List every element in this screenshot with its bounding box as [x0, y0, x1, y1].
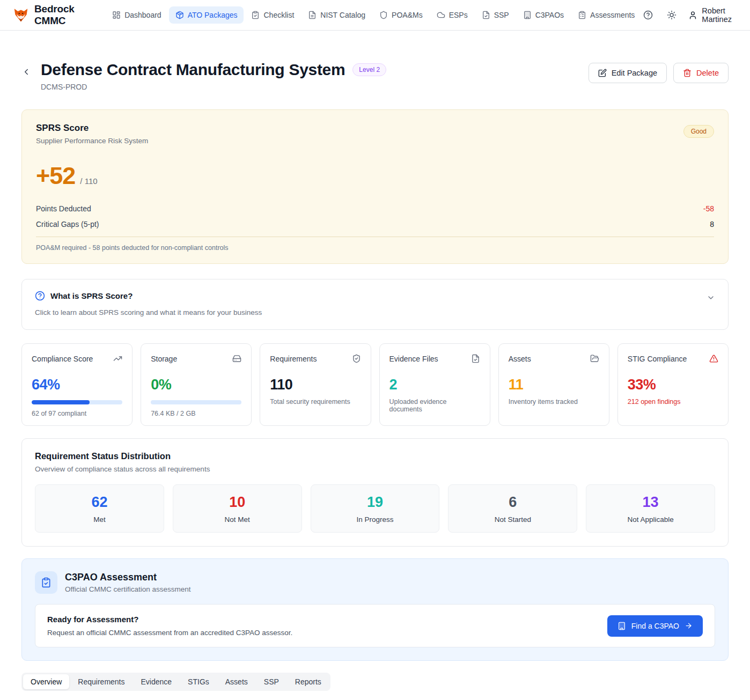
user-name: Robert Martinez — [702, 6, 737, 24]
nav-label: SSP — [494, 11, 509, 19]
nav-item-esps[interactable]: ESPs — [430, 6, 474, 24]
stat-sub: Uploaded evidence documents — [389, 398, 480, 413]
stat-value: 2 — [389, 377, 480, 393]
app-header: Bedrock CMMC Dashboard ATO Packages Chec… — [0, 0, 750, 31]
status-count: 10 — [173, 494, 302, 511]
sprs-row-critical-gaps: Critical Gaps (5-pt) 8 — [36, 216, 714, 232]
progress-fill — [32, 400, 90, 404]
theme-toggle-sun-icon[interactable] — [665, 8, 679, 22]
tab-ssp[interactable]: SSP — [256, 674, 286, 689]
nav-label: Assessments — [590, 11, 635, 19]
nav-label: ESPs — [449, 11, 468, 19]
sprs-status-badge: Good — [683, 125, 714, 138]
status-label: Met — [35, 515, 164, 524]
stat-card-assets: Assets 11 Inventory items tracked — [498, 343, 609, 426]
sprs-score-max: / 110 — [80, 176, 97, 186]
edit-package-button[interactable]: Edit Package — [589, 63, 667, 83]
sprs-info-accordion[interactable]: What is SPRS Score? Click to learn about… — [21, 279, 729, 330]
tab-reports[interactable]: Reports — [288, 674, 329, 689]
cloud-icon — [437, 11, 445, 19]
tab-requirements[interactable]: Requirements — [70, 674, 132, 689]
ready-subtitle: Request an official CMMC assessment from… — [47, 629, 292, 637]
nav-item-poams[interactable]: POA&Ms — [373, 6, 429, 24]
file-check-icon — [471, 354, 480, 363]
stat-label: STIG Compliance — [628, 355, 687, 363]
ready-title: Ready for Assessment? — [47, 615, 292, 624]
row-value: 8 — [710, 220, 714, 229]
status-count: 62 — [35, 494, 164, 511]
back-button[interactable] — [21, 67, 31, 77]
question-circle-icon — [35, 291, 45, 301]
distribution-grid: 62 Met 10 Not Met 19 In Progress 6 Not S… — [35, 484, 715, 533]
nav-label: POA&Ms — [392, 11, 423, 19]
stat-sub: 212 open findings — [628, 398, 718, 406]
stat-sub: Inventory items tracked — [509, 398, 599, 406]
find-c3pao-label: Find a C3PAO — [631, 622, 679, 630]
sprs-score-value: +52 — [36, 162, 75, 190]
status-label: Not Applicable — [586, 515, 715, 524]
stat-label: Storage — [151, 355, 177, 363]
title-actions: Edit Package Delete — [589, 63, 729, 83]
delete-button[interactable]: Delete — [673, 63, 729, 83]
sprs-info-subtitle: Click to learn about SPRS scoring and wh… — [35, 308, 715, 316]
building-icon — [617, 622, 626, 630]
status-count: 6 — [448, 494, 577, 511]
distribution-title: Requirement Status Distribution — [35, 451, 715, 461]
nav-item-dashboard[interactable]: Dashboard — [106, 6, 168, 24]
stat-card-compliance-score: Compliance Score 64% 62 of 97 compliant — [21, 343, 133, 426]
row-label: Points Deducted — [36, 204, 91, 213]
tab-overview[interactable]: Overview — [23, 674, 69, 689]
stat-value: 0% — [151, 377, 241, 393]
nav-item-assessments[interactable]: Assessments — [571, 6, 641, 24]
nav-item-ato-packages[interactable]: ATO Packages — [169, 6, 244, 24]
chevron-down-icon[interactable] — [707, 293, 715, 302]
file-text-icon — [308, 11, 317, 19]
stat-value: 11 — [509, 377, 599, 393]
sprs-row-points-deducted: Points Deducted -58 — [36, 201, 714, 216]
stat-card-evidence-files: Evidence Files 2 Uploaded evidence docum… — [379, 343, 490, 426]
nav-item-c3paos[interactable]: C3PAOs — [517, 6, 570, 24]
sprs-score-card: SPRS Score Supplier Performance Risk Sys… — [21, 109, 729, 264]
storage-progress-bar — [151, 400, 241, 404]
brand[interactable]: Bedrock CMMC — [13, 3, 92, 27]
package-icon — [175, 11, 184, 19]
divider — [36, 237, 714, 237]
status-box-not-applicable: 13 Not Applicable — [586, 484, 715, 533]
folder-icon — [590, 354, 599, 363]
status-box-not-started: 6 Not Started — [448, 484, 577, 533]
clipboard-list-icon — [578, 11, 586, 19]
building-icon — [523, 11, 532, 19]
user-menu[interactable]: Robert Martinez — [688, 6, 737, 24]
level-badge: Level 2 — [352, 63, 386, 76]
fox-logo-icon — [13, 7, 29, 23]
shield-icon — [379, 11, 388, 19]
c3pao-title: C3PAO Assessment — [65, 572, 191, 583]
sprs-footnote: POA&M required - 58 points deducted for … — [36, 244, 714, 254]
nav-item-ssp[interactable]: SSP — [475, 6, 516, 24]
page-subtitle: DCMS-PROD — [41, 83, 386, 91]
stats-grid: Compliance Score 64% 62 of 97 compliant … — [21, 343, 729, 426]
nav-item-checklist[interactable]: Checklist — [245, 6, 300, 24]
status-count: 13 — [586, 494, 715, 511]
stat-value: 110 — [270, 377, 361, 393]
stat-value: 33% — [628, 377, 718, 393]
nav-label: C3PAOs — [535, 11, 564, 19]
sprs-subtitle: Supplier Performance Risk System — [36, 137, 148, 145]
detail-tabbar: Overview Requirements Evidence STIGs Ass… — [21, 673, 330, 691]
help-icon[interactable] — [641, 8, 655, 22]
stat-card-storage: Storage 0% 76.4 KB / 2 GB — [141, 343, 252, 426]
tab-evidence[interactable]: Evidence — [134, 674, 180, 689]
row-value: -58 — [703, 204, 714, 213]
stat-sub: Total security requirements — [270, 398, 361, 406]
status-label: In Progress — [311, 515, 439, 524]
nav-label: ATO Packages — [188, 11, 238, 19]
trending-up-icon — [113, 354, 122, 363]
page-title: Defense Contract Manufacturing System — [41, 61, 345, 79]
find-c3pao-button[interactable]: Find a C3PAO — [607, 615, 703, 637]
dashboard-icon — [112, 11, 121, 19]
tab-stigs[interactable]: STIGs — [180, 674, 217, 689]
c3pao-subtitle: Official CMMC certification assessment — [65, 585, 191, 593]
main-nav: Dashboard ATO Packages Checklist NIST Ca… — [106, 6, 641, 24]
tab-assets[interactable]: Assets — [218, 674, 255, 689]
nav-item-nist-catalog[interactable]: NIST Catalog — [302, 6, 372, 24]
